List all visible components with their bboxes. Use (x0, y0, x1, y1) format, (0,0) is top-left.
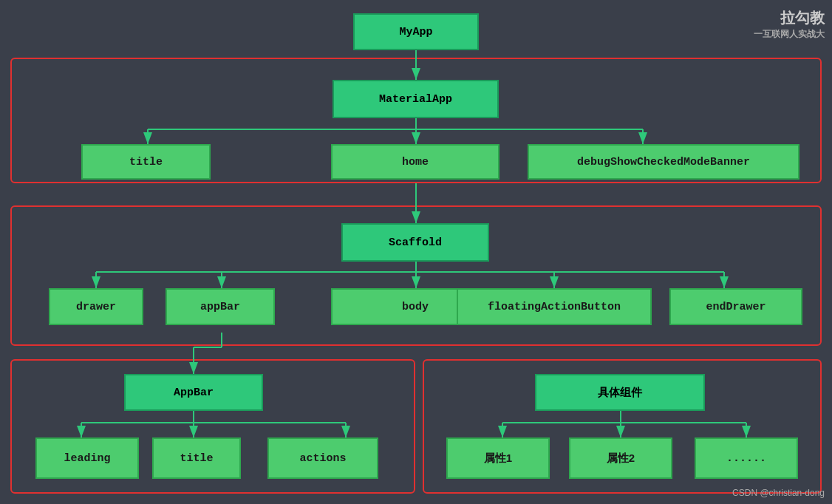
csdn-label: CSDN @christian-dong (732, 488, 825, 498)
materialapp-node: MaterialApp (333, 80, 499, 118)
attr1-node: 属性1 (446, 437, 550, 479)
title-app-node: title (152, 437, 241, 479)
attr3-node: ...... (695, 437, 798, 479)
appbar-prop-node: appBar (166, 288, 275, 325)
leading-node: leading (35, 437, 139, 479)
scaffold-node: Scaffold (341, 223, 489, 262)
myapp-node: MyApp (353, 13, 479, 50)
watermark: 拉勾教 一互联网人实战大 (754, 7, 825, 41)
appbar-node: AppBar (124, 374, 263, 411)
drawer-node: drawer (49, 288, 143, 325)
home-mat-node: home (331, 144, 499, 180)
attr2-node: 属性2 (569, 437, 672, 479)
fab-node: floatingActionButton (457, 288, 652, 325)
juti-node: 具体组件 (535, 374, 705, 411)
debug-mat-node: debugShowCheckedModeBanner (528, 144, 799, 180)
enddrawer-node: endDrawer (669, 288, 802, 325)
actions-node: actions (267, 437, 378, 479)
title-mat-node: title (81, 144, 211, 180)
